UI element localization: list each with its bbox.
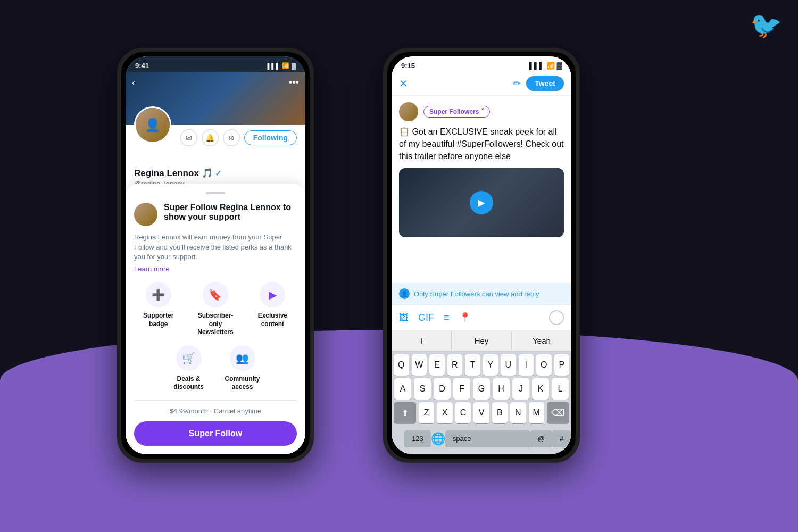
key-p[interactable]: P: [554, 354, 570, 376]
perk-icon-content: ▶: [260, 282, 285, 307]
modal-divider: [134, 400, 297, 401]
gif-icon[interactable]: GIF: [418, 312, 434, 323]
key-globe[interactable]: 🌐: [431, 432, 445, 446]
right-battery-icon: ▓: [557, 62, 562, 70]
signal-icon: ▌▌▌: [268, 63, 280, 69]
key-o[interactable]: O: [536, 354, 552, 376]
key-y[interactable]: Y: [483, 354, 498, 376]
right-phone-screen: 9:15 ▌▌▌ 📶 ▓ ✕ ✏ Tweet Super Followers ˅: [392, 56, 571, 454]
key-mic[interactable]: 🎤: [571, 432, 571, 446]
perks-grid-2: 🛒 Deals & discounts 👥 Community access: [166, 345, 265, 392]
compose-right-actions: ✏ Tweet: [513, 76, 564, 91]
perk-icon-deals: 🛒: [176, 345, 202, 371]
modal-header: Super Follow Regina Lennox to show your …: [134, 203, 297, 226]
learn-more-link[interactable]: Learn more: [134, 265, 169, 273]
image-icon[interactable]: 🖼: [399, 312, 409, 323]
tweet-text: 📋 Got an EXCLUSIVE sneak peek for all of…: [399, 126, 564, 163]
key-n[interactable]: N: [510, 402, 526, 423]
keyboard: Q W E R T Y U I O P A S D F G H J K: [392, 351, 571, 454]
tweet-area: Super Followers ˅ 📋 Got an EXCLUSIVE sne…: [392, 96, 571, 283]
modal-description: Regina Lennox will earn money from your …: [134, 232, 297, 262]
compose-toolbar: ✕ ✏ Tweet: [392, 72, 571, 96]
key-s[interactable]: S: [414, 378, 431, 400]
key-c[interactable]: C: [455, 402, 471, 423]
key-k[interactable]: K: [532, 378, 549, 400]
perk-community: 👥 Community access: [220, 345, 265, 392]
key-at[interactable]: @: [530, 430, 552, 447]
following-button[interactable]: Following: [244, 130, 297, 145]
video-thumbnail[interactable]: ▶: [399, 168, 564, 237]
perk-icon-badge: ➕: [146, 282, 171, 307]
autocomplete-i[interactable]: I: [392, 331, 452, 351]
key-123[interactable]: 123: [404, 430, 431, 447]
add-button[interactable]: ⊕: [223, 129, 240, 146]
back-button[interactable]: ‹: [132, 77, 135, 88]
super-followers-badge[interactable]: Super Followers ˅: [423, 106, 490, 118]
key-e[interactable]: E: [429, 354, 445, 376]
pencil-icon[interactable]: ✏: [513, 78, 521, 89]
notification-button[interactable]: 🔔: [202, 129, 219, 146]
left-status-bar: 9:41 ▌▌▌ 📶 ▓: [126, 56, 305, 72]
list-icon[interactable]: ≡: [444, 312, 450, 323]
keyboard-row-1: Q W E R T Y U I O P: [394, 354, 569, 376]
twitter-logo: 🐦: [750, 11, 782, 40]
reply-toolbar: 🖼 GIF ≡ 📍: [392, 304, 571, 331]
more-button[interactable]: •••: [289, 77, 299, 88]
super-followers-label: Super Followers ˅: [429, 108, 484, 115]
modal-handle: [206, 192, 225, 194]
key-d[interactable]: D: [434, 378, 451, 400]
key-j[interactable]: J: [512, 378, 529, 400]
reply-circle: [549, 310, 564, 325]
key-q[interactable]: Q: [394, 354, 409, 376]
autocomplete-hey[interactable]: Hey: [452, 331, 512, 351]
modal-title: Super Follow Regina Lennox to show your …: [164, 203, 297, 222]
profile-info: 👤 ✉ 🔔 ⊕ Following Regina Lennox 🎵 ✓ @reg…: [126, 125, 305, 192]
keyboard-bottom-row: 123 🌐 space @ # 🎤: [394, 426, 569, 451]
key-m[interactable]: M: [529, 402, 544, 423]
super-follow-button[interactable]: Super Follow: [134, 421, 297, 446]
tweet-header: Super Followers ˅: [399, 102, 564, 121]
key-b[interactable]: B: [492, 402, 508, 423]
key-w[interactable]: W: [412, 354, 427, 376]
key-hash[interactable]: #: [552, 430, 571, 447]
key-r[interactable]: R: [447, 354, 463, 376]
right-status-bar: 9:15 ▌▌▌ 📶 ▓: [392, 56, 571, 72]
perk-deals: 🛒 Deals & discounts: [166, 345, 211, 392]
key-h[interactable]: H: [493, 378, 510, 400]
perk-exclusive-content: ▶ Exclusive content: [248, 282, 297, 337]
key-i[interactable]: I: [519, 354, 534, 376]
price-text: $4.99/month · Cancel anytime: [134, 407, 297, 415]
key-x[interactable]: X: [437, 402, 452, 423]
key-backspace[interactable]: ⌫: [547, 402, 569, 423]
right-status-icons: ▌▌▌ 📶 ▓: [529, 62, 562, 70]
keyboard-row-3: ⬆ Z X C V B N M ⌫: [394, 402, 569, 423]
super-followers-notice: 👤 Only Super Followers can view and repl…: [392, 283, 571, 304]
key-l[interactable]: L: [552, 378, 569, 400]
perk-label-newsletters: Subscriber-only Newsletters: [191, 312, 239, 337]
left-phone: 9:41 ▌▌▌ 📶 ▓ ‹ ••• 👤 ✉ 🔔 ⊕ Following: [117, 48, 314, 463]
notice-icon: 👤: [399, 288, 410, 299]
key-space[interactable]: space: [445, 430, 530, 447]
perk-newsletters: 🔖 Subscriber-only Newsletters: [191, 282, 239, 337]
location-icon[interactable]: 📍: [459, 312, 471, 323]
key-shift[interactable]: ⬆: [394, 402, 416, 423]
play-button[interactable]: ▶: [470, 191, 493, 214]
key-z[interactable]: Z: [419, 402, 434, 423]
message-button[interactable]: ✉: [180, 129, 197, 146]
perk-icon-newsletters: 🔖: [203, 282, 228, 307]
key-u[interactable]: U: [501, 354, 516, 376]
perk-label-deals: Deals & discounts: [166, 375, 211, 392]
perk-label-content: Exclusive content: [248, 312, 297, 328]
wifi-icon: 📶: [282, 62, 289, 69]
key-t[interactable]: T: [465, 354, 480, 376]
autocomplete-yeah[interactable]: Yeah: [512, 331, 571, 351]
tweet-button[interactable]: Tweet: [526, 76, 564, 91]
profile-avatar: 👤: [134, 106, 171, 144]
key-g[interactable]: G: [473, 378, 490, 400]
close-button[interactable]: ✕: [399, 77, 408, 90]
key-a[interactable]: A: [394, 378, 411, 400]
perk-icon-community: 👥: [230, 345, 255, 371]
key-f[interactable]: F: [453, 378, 470, 400]
right-phone: 9:15 ▌▌▌ 📶 ▓ ✕ ✏ Tweet Super Followers ˅: [383, 48, 580, 463]
key-v[interactable]: V: [473, 402, 489, 423]
